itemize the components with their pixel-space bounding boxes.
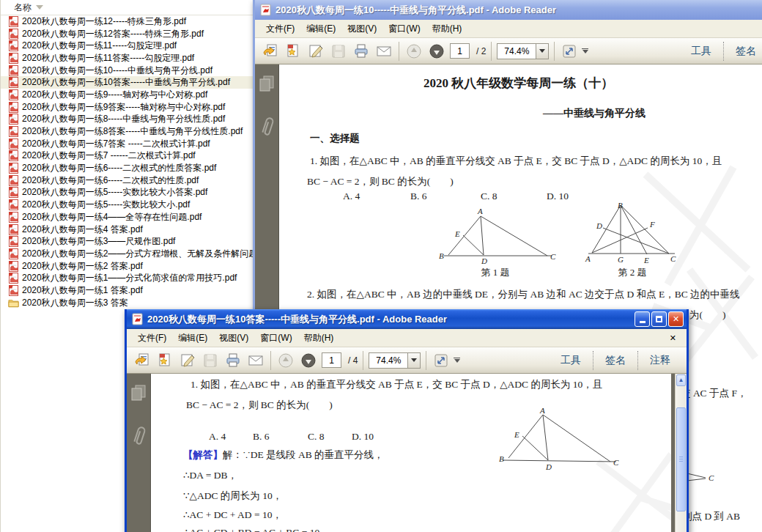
list-item[interactable]: 2020秋八数每周一练8答案-----中垂线与角平分线性质.pdf <box>1 125 253 138</box>
adobe-reader-window-answer: 2020秋八数每周一练10答案-----中垂线与角平分线.pdf - Adobe… <box>125 309 689 532</box>
tools-button[interactable]: 工具 <box>681 45 722 58</box>
page-thumbnails-icon[interactable] <box>259 75 275 92</box>
edit-sign-icon[interactable] <box>178 351 197 370</box>
attachments-paperclip-icon[interactable] <box>259 114 274 139</box>
menu-edit[interactable]: 编辑(E) <box>301 21 341 37</box>
maximize-button[interactable] <box>651 311 667 327</box>
pdf-file-icon <box>8 29 19 40</box>
list-item[interactable]: 2020秋八数每周一练7答案 -----二次根式计算.pdf <box>1 138 253 150</box>
list-item[interactable]: 2020秋八数每周一练12-----特殊三角形.pdf <box>1 15 253 28</box>
next-page-icon[interactable] <box>427 42 446 61</box>
list-item[interactable]: 2020秋八数每周一练4——全等存在性问题.pdf <box>1 211 253 223</box>
pdf-file-icon <box>8 114 19 125</box>
open-file-icon[interactable] <box>261 42 280 61</box>
pdf-file-icon <box>8 126 19 137</box>
list-item[interactable]: 2020秋八数每周一练1 答案.pdf <box>1 284 253 297</box>
toolbar-more-button[interactable] <box>454 358 460 363</box>
list-item[interactable]: 2020秋八数每周一练12答案-----特殊三角形.pdf <box>1 28 253 40</box>
list-item[interactable]: 2020秋八数每周一练10答案-----中垂线与角平分线.pdf <box>1 76 253 89</box>
scroll-up-button[interactable]: ▲ <box>676 374 686 386</box>
svg-text:C: C <box>709 473 714 482</box>
zoom-dropdown-button[interactable] <box>536 43 549 59</box>
create-pdf-icon[interactable] <box>155 351 174 370</box>
list-item[interactable]: 2020秋八数每周一练5-----实数比较大小.pdf <box>1 199 253 211</box>
list-item[interactable]: 2020秋八数每周一练1——分式化简求值的常用技巧.pdf <box>1 272 253 284</box>
open-file-icon[interactable] <box>133 351 152 370</box>
save-icon[interactable] <box>329 42 348 61</box>
previous-page-icon[interactable] <box>276 351 295 370</box>
figure-question2: B D F A G E C <box>581 202 684 265</box>
solution-label: 【解答】 <box>183 449 223 460</box>
list-item[interactable]: 2020秋八数每周一练5-----实数比较大小答案.pdf <box>1 187 253 199</box>
menu-help[interactable]: 帮助(H) <box>427 21 467 37</box>
tools-button[interactable]: 工具 <box>550 354 591 367</box>
sign-button[interactable]: 签名 <box>595 354 636 367</box>
list-item[interactable]: 2020秋八数每周一练4 答案.pdf <box>1 223 253 236</box>
pdf-file-icon <box>8 236 19 247</box>
menu-view[interactable]: 视图(V) <box>214 330 254 347</box>
title-bar[interactable]: 2020秋八数每周一练10-----中垂线与角平分线.pdf - Adobe R… <box>255 0 762 20</box>
menu-file[interactable]: 文件(F) <box>133 330 171 347</box>
scrollbar-thumb[interactable] <box>676 407 686 511</box>
file-icon <box>8 236 19 247</box>
menu-window[interactable]: 窗口(W) <box>383 21 425 37</box>
menu-file[interactable]: 文件(F) <box>261 21 300 37</box>
vertical-scrollbar[interactable]: ▲ <box>675 374 687 532</box>
page-number-input[interactable] <box>322 352 341 368</box>
previous-page-icon[interactable] <box>404 42 423 61</box>
option-a: A. 4 <box>343 191 360 202</box>
list-item[interactable]: 2020秋八数每周一练3——尺规作图.pdf <box>1 235 253 248</box>
fit-window-icon[interactable] <box>560 42 579 61</box>
print-icon[interactable] <box>352 42 371 61</box>
close-document-button[interactable]: ✕ <box>670 333 681 343</box>
next-page-icon[interactable] <box>299 351 318 370</box>
zoom-dropdown-button[interactable] <box>408 352 421 369</box>
option-c: C. 8 <box>308 431 325 443</box>
file-icon <box>8 77 19 88</box>
page-number-input[interactable] <box>450 43 470 59</box>
title-bar[interactable]: 2020秋八数每周一练10答案-----中垂线与角平分线.pdf - Adobe… <box>127 309 687 329</box>
edit-sign-icon[interactable] <box>306 42 325 61</box>
file-list: 2020秋八数每周一练12-----特殊三角形.pdf 2020秋八数每周一练1… <box>1 15 253 309</box>
list-item[interactable]: 2020秋八数每周一练10-----中垂线与角平分线.pdf <box>1 64 253 77</box>
list-item[interactable]: 2020秋八数每周一练3 答案 <box>1 297 253 309</box>
pdf-file-icon <box>8 53 19 64</box>
fit-window-icon[interactable] <box>432 351 451 370</box>
menu-help[interactable]: 帮助(H) <box>299 330 339 347</box>
list-item[interactable]: 2020秋八数每周一练11答案-----勾股定理.pdf <box>1 52 253 64</box>
print-icon[interactable] <box>223 351 243 370</box>
list-item[interactable]: 2020秋八数每周一练2 答案.pdf <box>1 260 253 273</box>
email-icon[interactable] <box>246 351 265 370</box>
list-item[interactable]: 2020秋八数每周一练9-----轴对称与中心对称.pdf <box>1 89 253 101</box>
list-item[interactable]: 2020秋八数每周一练7 ------二次根式计算.pdf <box>1 150 253 163</box>
figure2-caption: 第 2 题 <box>596 266 669 279</box>
comment-button[interactable]: 注释 <box>640 354 681 367</box>
minimize-button[interactable] <box>635 311 650 327</box>
email-icon[interactable] <box>374 42 393 61</box>
page-thumbnails-icon[interactable] <box>130 384 147 402</box>
zoom-level-input[interactable] <box>497 43 536 59</box>
list-item[interactable]: 2020秋八数每周一练11-----勾股定理.pdf <box>1 40 253 52</box>
list-item[interactable]: 2020秋八数每周一练8-----中垂线与角平分线性质.pdf <box>1 114 253 126</box>
zoom-level-input[interactable] <box>369 352 408 369</box>
save-icon[interactable] <box>201 351 220 370</box>
file-icon <box>8 114 19 125</box>
menu-window[interactable]: 窗口(W) <box>255 330 297 347</box>
pdf-file-icon <box>8 102 19 113</box>
column-header-name[interactable]: 名称 <box>1 0 253 15</box>
option-b: B. 6 <box>253 431 270 443</box>
sign-button[interactable]: 签名 <box>725 45 762 58</box>
list-item[interactable]: 2020秋八数每周一练6-----二次根式的性质答案.pdf <box>1 162 253 174</box>
menu-view[interactable]: 视图(V) <box>342 21 382 37</box>
list-item[interactable]: 2020秋八数每周一练9答案-----轴对称与中心对称.pdf <box>1 101 253 114</box>
list-item[interactable]: 2020秋八数每周一练6-----二次根式的性质.pdf <box>1 174 253 187</box>
attachments-paperclip-icon[interactable] <box>131 424 146 448</box>
list-item[interactable]: 2020秋八数每周一练2——分式方程增根、无解及条件解问题.pdf <box>1 248 253 260</box>
file-name: 2020秋八数每周一练3 答案 <box>22 297 128 309</box>
question2-tail-fragment: 为( ) <box>689 309 726 322</box>
menu-edit[interactable]: 编辑(E) <box>173 330 212 347</box>
close-button[interactable]: ✕ <box>668 311 684 327</box>
file-icon <box>8 224 19 235</box>
create-pdf-icon[interactable] <box>284 42 303 61</box>
toolbar-more-button[interactable] <box>582 48 588 54</box>
